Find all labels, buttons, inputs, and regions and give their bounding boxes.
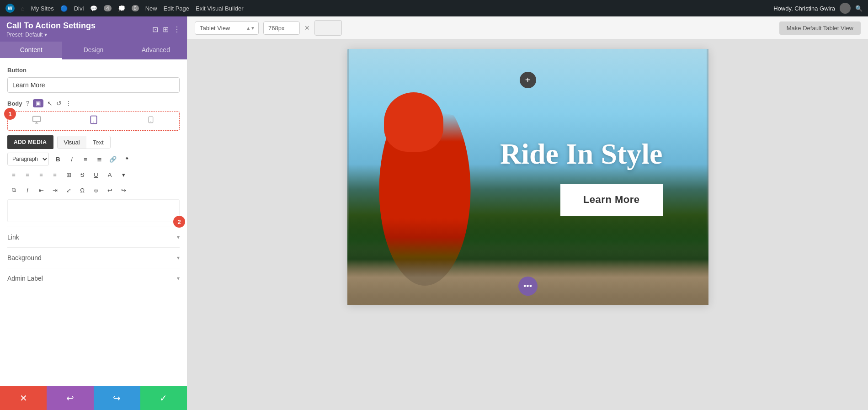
avatar[interactable] xyxy=(840,3,851,14)
visual-tab[interactable]: Visual xyxy=(58,136,86,149)
button-section-label: Button xyxy=(7,67,180,74)
device-mobile-tab[interactable] xyxy=(122,112,179,130)
notif-badge: 0 xyxy=(132,5,139,11)
italic2-btn[interactable]: i xyxy=(21,184,34,197)
tab-content[interactable]: Content xyxy=(0,42,62,59)
cancel-button[interactable]: ✕ xyxy=(0,386,47,410)
underline-btn[interactable]: U xyxy=(90,168,102,181)
help-icon[interactable]: ? xyxy=(26,100,30,107)
body-label: Body xyxy=(7,100,22,107)
admin-label-label: Admin Label xyxy=(7,275,43,282)
background-section-header[interactable]: Background ▾ xyxy=(7,254,180,261)
align-center-btn[interactable]: ≡ xyxy=(21,168,34,181)
ordered-list-btn[interactable]: ≣ xyxy=(93,153,106,165)
new-link[interactable]: New xyxy=(145,5,157,12)
paragraph-select[interactable]: Paragraph xyxy=(7,153,49,165)
redo-button[interactable]: ↪ xyxy=(94,386,140,410)
table-btn[interactable]: ⊞ xyxy=(62,168,75,181)
undo2-btn[interactable]: ↩ xyxy=(103,184,116,197)
device-desktop-icon[interactable]: ▣ xyxy=(33,99,43,107)
outdent-btn[interactable]: ⇤ xyxy=(35,184,48,197)
exit-visual-builder-link[interactable]: Exit Visual Builder xyxy=(196,5,244,12)
admin-label-section: Admin Label ▾ xyxy=(7,268,180,288)
edit-page-link[interactable]: Edit Page xyxy=(164,5,189,12)
user-greeting: Howdy, Christina Gwira xyxy=(773,5,835,12)
more-options-icon[interactable]: ⋮ xyxy=(173,25,181,34)
viewport-select[interactable]: Tablet View xyxy=(195,21,259,35)
special-chars-btn[interactable]: Ω xyxy=(76,184,89,197)
format-toolbar-row3: ⧉ i ⇤ ⇥ ⤢ Ω ☺ ↩ ↪ xyxy=(7,184,180,197)
device-desktop-tab[interactable] xyxy=(8,112,65,130)
color-swatch[interactable] xyxy=(314,20,342,36)
link-label: Link xyxy=(7,234,19,241)
preset-selector[interactable]: Preset: Default ▾ xyxy=(6,32,96,38)
link-section: Link ▾ xyxy=(7,227,180,247)
background-section: Background ▾ xyxy=(7,247,180,268)
italic-btn[interactable]: I xyxy=(65,153,78,165)
svg-rect-3 xyxy=(91,116,96,124)
add-media-button[interactable]: ADD MEDIA xyxy=(7,135,53,149)
more-body-icon[interactable]: ⋮ xyxy=(65,100,72,107)
admin-label-chevron-icon: ▾ xyxy=(177,275,180,282)
svg-rect-0 xyxy=(32,117,40,122)
admin-bar: W ⌂ My Sites 🔵 Divi 💬 4 💭 0 New Edit Pag… xyxy=(0,0,868,16)
cta-learn-more-button[interactable]: Learn More xyxy=(560,184,663,216)
panel-actions: ✕ ↩ ↪ ✓ xyxy=(0,386,187,410)
undo-button[interactable]: ↩ xyxy=(47,386,93,410)
paste-special-btn[interactable]: ⧉ xyxy=(7,184,20,197)
viewport-close-icon[interactable]: ✕ xyxy=(304,24,310,32)
chevron-down-icon: ▾ xyxy=(44,32,47,38)
tab-design[interactable]: Design xyxy=(62,42,124,59)
add-section-button[interactable]: + xyxy=(520,72,536,88)
svg-point-4 xyxy=(93,122,94,122)
bold-btn[interactable]: B xyxy=(52,153,64,165)
device-tablet-tab[interactable] xyxy=(65,112,122,130)
admin-label-section-header[interactable]: Admin Label ▾ xyxy=(7,275,180,282)
format-toolbar-row1: Paragraph B I ≡ ≣ 🔗 ❝ xyxy=(7,153,180,165)
emoji-btn[interactable]: ☺ xyxy=(90,184,102,197)
indent-btn[interactable]: ⇥ xyxy=(48,184,61,197)
divi-link[interactable]: Divi xyxy=(74,5,84,12)
align-left-btn[interactable]: ≡ xyxy=(7,168,20,181)
save-button[interactable]: ✓ xyxy=(140,386,187,410)
divi-module-frame: + Ride In Style Learn More ••• xyxy=(347,49,708,305)
editor-view-tabs: Visual Text xyxy=(57,136,111,149)
wp-logo-icon[interactable]: W xyxy=(5,4,15,13)
panel-header: Call To Action Settings Preset: Default … xyxy=(0,16,187,42)
canvas-area: Tablet View ▲▼ ✕ Make Default Tablet Vie… xyxy=(187,16,868,410)
my-sites-link[interactable]: My Sites xyxy=(31,5,54,12)
link-btn[interactable]: 🔗 xyxy=(107,153,119,165)
link-section-header[interactable]: Link ▾ xyxy=(7,234,180,241)
cursor-icon[interactable]: ↖ xyxy=(47,100,53,107)
cta-module[interactable]: + Ride In Style Learn More ••• xyxy=(347,49,708,305)
viewport-toolbar: Tablet View ▲▼ ✕ Make Default Tablet Vie… xyxy=(187,16,868,40)
editor-area[interactable]: 2 xyxy=(7,199,180,222)
comments-badge: 4 xyxy=(104,5,111,11)
justify-btn[interactable]: ≡ xyxy=(48,168,61,181)
search-icon[interactable]: 🔍 xyxy=(855,5,863,12)
redo2-btn[interactable]: ↪ xyxy=(117,184,130,197)
more-formats-btn[interactable]: ▾ xyxy=(117,168,130,181)
background-chevron-icon: ▾ xyxy=(177,255,180,261)
step1-badge: 1 xyxy=(4,108,16,120)
text-color-btn[interactable]: A xyxy=(103,168,116,181)
fullscreen-btn[interactable]: ⤢ xyxy=(62,184,75,197)
viewport-width-input[interactable] xyxy=(263,21,300,35)
module-options-button[interactable]: ••• xyxy=(518,277,538,296)
layout-icon[interactable]: ⊞ xyxy=(163,25,169,34)
step2-badge: 2 xyxy=(173,216,185,228)
strikethrough-btn[interactable]: S xyxy=(76,168,89,181)
unordered-list-btn[interactable]: ≡ xyxy=(79,153,92,165)
text-tab[interactable]: Text xyxy=(86,136,110,149)
tab-advanced[interactable]: Advanced xyxy=(125,42,187,59)
device-tabs: 1 xyxy=(7,111,180,131)
panel-tabs: Content Design Advanced xyxy=(0,42,187,59)
align-right-btn[interactable]: ≡ xyxy=(35,168,48,181)
blockquote-btn[interactable]: ❝ xyxy=(120,153,133,165)
button-text-input[interactable] xyxy=(7,77,180,93)
restore-icon[interactable]: ⊡ xyxy=(152,25,158,34)
undo-icon[interactable]: ↺ xyxy=(56,100,62,107)
editor-top: ADD MEDIA Visual Text xyxy=(7,135,180,149)
background-label: Background xyxy=(7,254,42,261)
make-default-button[interactable]: Make Default Tablet View xyxy=(779,21,861,35)
